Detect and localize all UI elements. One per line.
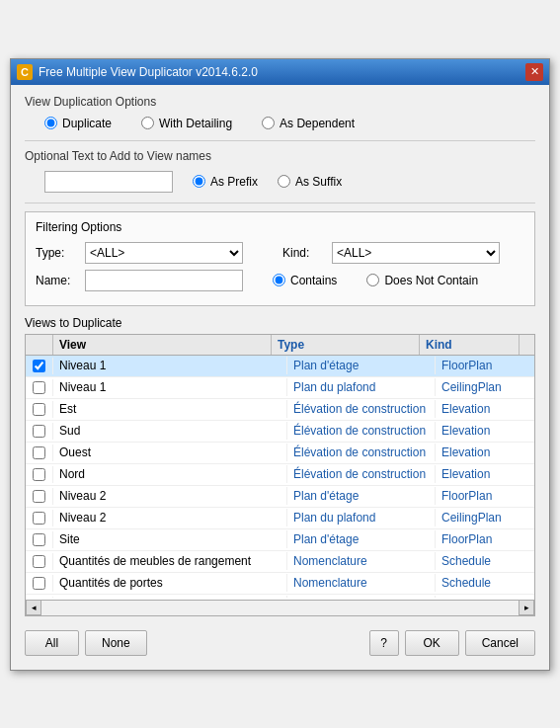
row-checkbox[interactable] xyxy=(33,403,45,416)
table-row[interactable]: Quantités de portesNomenclatureSchedule xyxy=(26,573,534,595)
row-kind: CeilingPlan xyxy=(436,378,534,396)
row-checkbox-cell[interactable] xyxy=(26,553,53,570)
row-checkbox[interactable] xyxy=(33,360,45,372)
table-row[interactable]: Niveau 1Plan du plafondCeilingPlan xyxy=(26,377,534,399)
row-type: Plan d'étage xyxy=(287,357,436,374)
as-prefix-option[interactable]: As Prefix xyxy=(193,175,258,189)
row-type: Nomenclature xyxy=(287,552,436,570)
row-kind: Schedule xyxy=(436,596,534,598)
table-row[interactable]: Niveau 2Plan d'étageFloorPlan xyxy=(26,486,534,508)
separator-1 xyxy=(25,140,535,141)
duplicate-radio[interactable] xyxy=(44,117,57,129)
row-kind: FloorPlan xyxy=(436,357,534,374)
optional-text-section: Optional Text to Add to View names As Pr… xyxy=(25,149,535,193)
close-button[interactable]: ✕ xyxy=(525,63,543,81)
row-type: Plan d'étage xyxy=(287,530,436,548)
type-select[interactable]: <ALL> xyxy=(85,242,243,264)
table-row[interactable]: Quantités d'équipements électriquesNomen… xyxy=(26,595,534,598)
with-detailing-label[interactable]: With Detailing xyxy=(159,117,232,130)
row-checkbox-cell[interactable] xyxy=(26,488,53,505)
row-kind: FloorPlan xyxy=(436,530,534,548)
header-view: View xyxy=(53,335,272,355)
table-row[interactable]: SitePlan d'étageFloorPlan xyxy=(26,529,534,551)
row-checkbox-cell[interactable] xyxy=(26,597,53,598)
with-detailing-radio[interactable] xyxy=(141,117,154,129)
row-kind: CeilingPlan xyxy=(436,509,534,526)
horizontal-scrollbar[interactable]: ◂ ▸ xyxy=(25,601,535,616)
row-checkbox-cell[interactable] xyxy=(26,379,53,396)
as-prefix-radio[interactable] xyxy=(193,175,205,188)
contains-option[interactable]: Contains xyxy=(273,274,337,287)
scroll-left-button[interactable]: ◂ xyxy=(26,600,41,615)
table-row[interactable]: Niveau 2Plan du plafondCeilingPlan xyxy=(26,508,534,529)
table-row[interactable]: SudÉlévation de constructionElevation xyxy=(26,421,534,443)
views-section: Views to Duplicate View Type Kind Niveau… xyxy=(25,316,535,616)
table-row[interactable]: EstÉlévation de constructionElevation xyxy=(26,399,534,421)
does-not-contain-label[interactable]: Does Not Contain xyxy=(384,274,478,287)
row-checkbox[interactable] xyxy=(33,468,45,481)
row-checkbox[interactable] xyxy=(33,425,45,438)
table-row[interactable]: OuestÉlévation de constructionElevation xyxy=(26,443,534,464)
row-checkbox[interactable] xyxy=(33,490,45,503)
contains-label[interactable]: Contains xyxy=(290,274,337,287)
help-button[interactable]: ? xyxy=(369,630,399,656)
separator-2 xyxy=(25,202,535,203)
prefix-row: As Prefix As Suffix xyxy=(25,171,535,193)
row-type: Élévation de construction xyxy=(287,444,436,461)
all-button[interactable]: All xyxy=(25,630,79,656)
as-suffix-option[interactable]: As Suffix xyxy=(278,175,342,189)
type-filter-row: Type: <ALL> Kind: <ALL> xyxy=(36,242,524,264)
row-checkbox-cell[interactable] xyxy=(26,531,53,548)
hscroll-track[interactable] xyxy=(41,601,519,615)
as-suffix-radio[interactable] xyxy=(278,175,290,188)
none-button[interactable]: None xyxy=(85,630,147,656)
duplicate-label[interactable]: Duplicate xyxy=(62,117,112,130)
row-checkbox[interactable] xyxy=(33,446,45,459)
row-checkbox-cell[interactable] xyxy=(26,575,53,592)
contains-radio[interactable] xyxy=(273,274,285,286)
row-type: Élévation de construction xyxy=(287,465,436,483)
row-checkbox[interactable] xyxy=(33,577,45,590)
row-checkbox[interactable] xyxy=(33,555,45,568)
row-checkbox[interactable] xyxy=(33,533,45,546)
as-suffix-label[interactable]: As Suffix xyxy=(295,175,342,189)
as-dependent-option[interactable]: As Dependent xyxy=(262,117,355,130)
row-checkbox[interactable] xyxy=(33,512,45,525)
row-kind: Elevation xyxy=(436,444,534,461)
table-row[interactable]: Quantités de meubles de rangementNomencl… xyxy=(26,551,534,573)
kind-select[interactable]: <ALL> xyxy=(332,242,500,264)
prefix-input[interactable] xyxy=(44,171,173,193)
table-row[interactable]: NordÉlévation de constructionElevation xyxy=(26,464,534,486)
main-window: C Free Multiple View Duplicator v2014.6.… xyxy=(10,58,550,671)
does-not-contain-radio[interactable] xyxy=(366,274,379,286)
ok-button[interactable]: OK xyxy=(405,630,459,656)
row-checkbox-cell[interactable] xyxy=(26,423,53,440)
row-view: Quantités de meubles de rangement xyxy=(53,552,287,570)
duplication-radio-group: Duplicate With Detailing As Dependent xyxy=(25,117,535,130)
table-header: View Type Kind xyxy=(26,335,534,356)
cancel-button[interactable]: Cancel xyxy=(465,630,535,656)
views-label: Views to Duplicate xyxy=(25,316,535,330)
as-dependent-radio[interactable] xyxy=(262,117,275,129)
scroll-right-button[interactable]: ▸ xyxy=(519,600,534,615)
row-checkbox-cell[interactable] xyxy=(26,466,53,483)
row-view: Quantités de portes xyxy=(53,574,287,592)
name-filter-row: Name: Contains Does Not Contain xyxy=(36,270,524,291)
row-checkbox-cell[interactable] xyxy=(26,401,53,418)
as-prefix-label[interactable]: As Prefix xyxy=(210,175,258,189)
as-dependent-label[interactable]: As Dependent xyxy=(280,117,355,130)
header-type: Type xyxy=(272,335,420,355)
name-input[interactable] xyxy=(85,270,243,291)
table-row[interactable]: Niveau 1Plan d'étageFloorPlan xyxy=(26,356,534,377)
duplicate-option[interactable]: Duplicate xyxy=(44,117,112,130)
content-area: View Duplication Options Duplicate With … xyxy=(11,85,549,670)
does-not-contain-option[interactable]: Does Not Contain xyxy=(366,274,478,287)
row-kind: Elevation xyxy=(436,422,534,440)
row-checkbox-cell[interactable] xyxy=(26,358,53,374)
row-type: Nomenclature xyxy=(287,596,436,598)
row-checkbox-cell[interactable] xyxy=(26,445,53,461)
row-checkbox-cell[interactable] xyxy=(26,510,53,526)
row-view: Niveau 2 xyxy=(53,487,287,505)
with-detailing-option[interactable]: With Detailing xyxy=(141,117,232,130)
row-checkbox[interactable] xyxy=(33,381,45,394)
